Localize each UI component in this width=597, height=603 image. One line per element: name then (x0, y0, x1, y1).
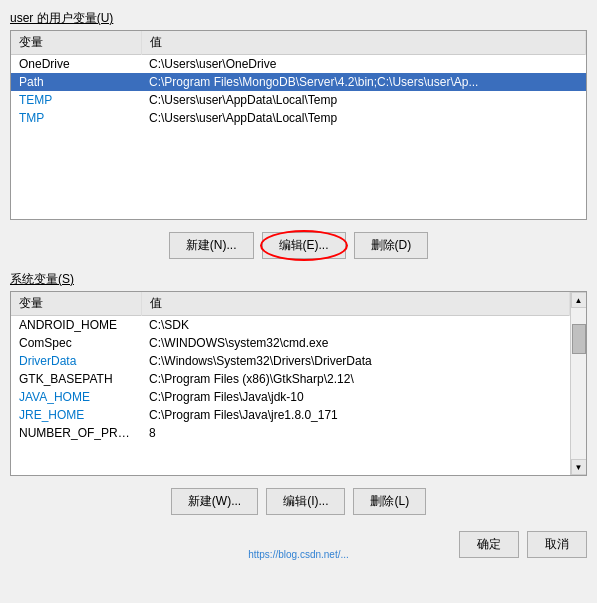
sys-var-cell: NUMBER_OF_PROCESSORS (11, 424, 141, 442)
sys-var-cell: ANDROID_HOME (11, 316, 141, 335)
user-table-row[interactable]: OneDriveC:\Users\user\OneDrive (11, 55, 586, 74)
scroll-up-arrow[interactable]: ▲ (571, 292, 587, 308)
sys-table-row[interactable]: DriverDataC:\Windows\System32\Drivers\Dr… (11, 352, 570, 370)
sys-var-cell: DriverData (11, 352, 141, 370)
user-table-row[interactable]: TEMPC:\Users\user\AppData\Local\Temp (11, 91, 586, 109)
user-table-row[interactable]: TMPC:\Users\user\AppData\Local\Temp (11, 109, 586, 127)
sys-edit-button[interactable]: 编辑(I)... (266, 488, 345, 515)
sys-var-cell: GTK_BASEPATH (11, 370, 141, 388)
user-col-val: 值 (141, 31, 586, 55)
sys-table-row[interactable]: JAVA_HOMEC:\Program Files\Java\jdk-10 (11, 388, 570, 406)
user-col-var: 变量 (11, 31, 141, 55)
user-table-container: 变量 值 OneDriveC:\Users\user\OneDrivePathC… (10, 30, 587, 220)
user-var-cell: OneDrive (11, 55, 141, 74)
user-var-cell: TMP (11, 109, 141, 127)
cancel-button[interactable]: 取消 (527, 531, 587, 558)
environment-variables-dialog: user 的用户变量(U) 变量 值 OneDriveC:\Users\user… (0, 0, 597, 603)
sys-delete-button[interactable]: 删除(L) (353, 488, 426, 515)
sys-col-val: 值 (141, 292, 570, 316)
sys-table: 变量 值 ANDROID_HOMEC:\SDKComSpecC:\WINDOWS… (11, 292, 570, 442)
sys-section: 系统变量(S) 变量 值 ANDROID_HOMEC:\SDKComSpecC:… (10, 271, 587, 476)
sys-table-row[interactable]: GTK_BASEPATHC:\Program Files (x86)\GtkSh… (11, 370, 570, 388)
sys-col-var: 变量 (11, 292, 141, 316)
user-edit-button[interactable]: 编辑(E)... (262, 232, 346, 259)
scrollbar[interactable]: ▲ ▼ (570, 292, 586, 475)
sys-val-cell: C:\Windows\System32\Drivers\DriverData (141, 352, 570, 370)
user-section-label: user 的用户变量(U) (10, 10, 587, 27)
user-var-cell: TEMP (11, 91, 141, 109)
user-new-button[interactable]: 新建(N)... (169, 232, 254, 259)
bottom-button-row: https://blog.csdn.net/... 确定 取消 (10, 527, 587, 562)
user-delete-button[interactable]: 删除(D) (354, 232, 429, 259)
sys-table-row[interactable]: JRE_HOMEC:\Program Files\Java\jre1.8.0_1… (11, 406, 570, 424)
user-val-cell: C:\Program Files\MongoDB\Server\4.2\bin;… (141, 73, 586, 91)
sys-val-cell: 8 (141, 424, 570, 442)
user-var-cell: Path (11, 73, 141, 91)
sys-var-cell: ComSpec (11, 334, 141, 352)
ok-button[interactable]: 确定 (459, 531, 519, 558)
sys-val-cell: C:\Program Files (x86)\GtkSharp\2.12\ (141, 370, 570, 388)
sys-table-row[interactable]: NUMBER_OF_PROCESSORS8 (11, 424, 570, 442)
sys-table-header: 变量 值 (11, 292, 570, 316)
sys-val-cell: C:\Program Files\Java\jre1.8.0_171 (141, 406, 570, 424)
user-button-row: 新建(N)... 编辑(E)... 删除(D) (10, 228, 587, 263)
user-table-row[interactable]: PathC:\Program Files\MongoDB\Server\4.2\… (11, 73, 586, 91)
scroll-thumb[interactable] (572, 324, 586, 354)
user-val-cell: C:\Users\user\OneDrive (141, 55, 586, 74)
sys-val-cell: C:\SDK (141, 316, 570, 335)
user-table: 变量 值 OneDriveC:\Users\user\OneDrivePathC… (11, 31, 586, 127)
sys-table-row[interactable]: ANDROID_HOMEC:\SDK (11, 316, 570, 335)
sys-val-cell: C:\WINDOWS\system32\cmd.exe (141, 334, 570, 352)
scroll-down-arrow[interactable]: ▼ (571, 459, 587, 475)
sys-new-button[interactable]: 新建(W)... (171, 488, 258, 515)
sys-val-cell: C:\Program Files\Java\jdk-10 (141, 388, 570, 406)
sys-section-label: 系统变量(S) (10, 271, 587, 288)
watermark: https://blog.csdn.net/... (248, 549, 349, 560)
sys-var-cell: JRE_HOME (11, 406, 141, 424)
user-table-header: 变量 值 (11, 31, 586, 55)
sys-var-cell: JAVA_HOME (11, 388, 141, 406)
user-val-cell: C:\Users\user\AppData\Local\Temp (141, 109, 586, 127)
user-section: user 的用户变量(U) 变量 值 OneDriveC:\Users\user… (10, 10, 587, 220)
sys-button-row: 新建(W)... 编辑(I)... 删除(L) (10, 484, 587, 519)
user-val-cell: C:\Users\user\AppData\Local\Temp (141, 91, 586, 109)
sys-table-row[interactable]: ComSpecC:\WINDOWS\system32\cmd.exe (11, 334, 570, 352)
sys-table-container: 变量 值 ANDROID_HOMEC:\SDKComSpecC:\WINDOWS… (10, 291, 587, 476)
